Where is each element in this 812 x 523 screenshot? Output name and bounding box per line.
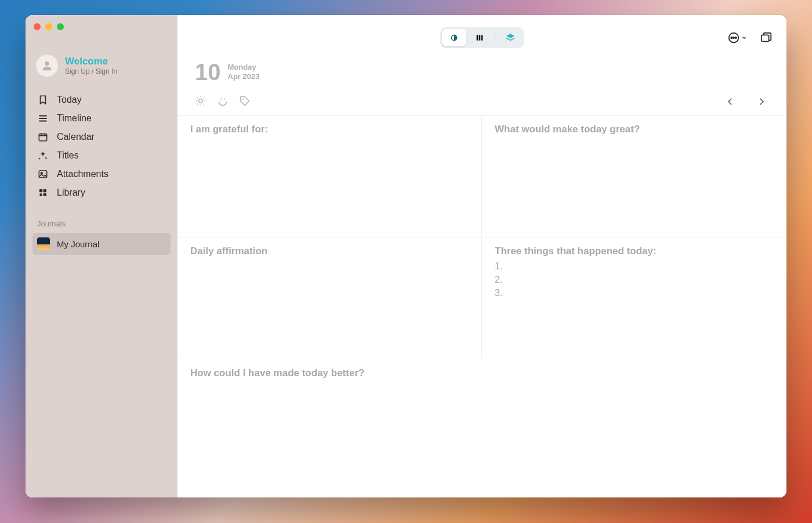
three-things-item: 2. bbox=[495, 273, 774, 286]
next-entry-button[interactable] bbox=[754, 94, 769, 109]
ellipsis-circle-icon bbox=[727, 31, 740, 44]
main-pane: 10 Monday Apr 2023 bbox=[177, 15, 786, 497]
date-day-number: 10 bbox=[195, 60, 221, 84]
sidebar-item-titles[interactable]: Titles bbox=[32, 146, 171, 165]
journal-name: My Journal bbox=[57, 239, 99, 249]
svg-rect-11 bbox=[481, 35, 483, 40]
svg-rect-10 bbox=[478, 35, 480, 40]
windows-button[interactable] bbox=[760, 31, 773, 44]
svg-rect-4 bbox=[39, 189, 42, 192]
chevron-down-icon bbox=[741, 35, 747, 41]
window-close-button[interactable] bbox=[34, 23, 41, 30]
weather-button[interactable] bbox=[195, 95, 206, 107]
window-minimize-button[interactable] bbox=[45, 23, 52, 30]
mood-button[interactable] bbox=[217, 95, 229, 107]
more-options-button[interactable] bbox=[727, 31, 747, 44]
prompt-grateful[interactable]: I am grateful for: bbox=[177, 116, 482, 237]
window-maximize-button[interactable] bbox=[57, 23, 64, 30]
svg-rect-7 bbox=[44, 193, 46, 196]
profile-block[interactable]: Welcome Sign Up / Sign In bbox=[32, 55, 171, 91]
entry-meta-bar bbox=[177, 95, 786, 115]
nav-list: Today Timeline Calendar bbox=[32, 91, 171, 202]
three-things-item: 3. bbox=[495, 286, 774, 300]
prompt-better[interactable]: How could I have made today better? bbox=[177, 359, 786, 497]
sun-icon bbox=[195, 95, 206, 107]
three-things-item: 1. bbox=[495, 259, 774, 273]
prev-entry-button[interactable] bbox=[723, 94, 738, 109]
segment-divider bbox=[495, 32, 495, 44]
bookmark-icon bbox=[37, 95, 49, 105]
sparkle-icon bbox=[37, 150, 49, 161]
user-icon bbox=[41, 59, 53, 72]
journal-item-my-journal[interactable]: My Journal bbox=[32, 233, 171, 255]
svg-rect-16 bbox=[762, 35, 769, 41]
columns-icon bbox=[475, 33, 484, 42]
signup-link[interactable]: Sign Up / Sign In bbox=[65, 67, 117, 75]
prompt-affirmation[interactable]: Daily affirmation bbox=[177, 237, 482, 359]
welcome-label: Welcome bbox=[65, 56, 117, 66]
nav-label: Today bbox=[57, 95, 82, 105]
prompt-great-today[interactable]: What would make today great? bbox=[482, 116, 786, 237]
nav-label: Attachments bbox=[57, 169, 108, 179]
nav-label: Titles bbox=[57, 150, 79, 161]
calendar-icon bbox=[37, 132, 49, 142]
sidebar: Welcome Sign Up / Sign In Today Timeline bbox=[26, 15, 177, 497]
sidebar-item-library[interactable]: Library bbox=[32, 183, 171, 202]
library-icon bbox=[37, 187, 49, 198]
chevron-left-icon bbox=[725, 96, 735, 107]
svg-point-0 bbox=[45, 62, 49, 66]
sidebar-item-timeline[interactable]: Timeline bbox=[32, 109, 171, 128]
view-segmented-control bbox=[440, 27, 524, 48]
journals-section-title: Journals bbox=[32, 219, 171, 233]
svg-point-3 bbox=[41, 172, 42, 174]
svg-point-19 bbox=[224, 99, 225, 100]
date-header: 10 Monday Apr 2023 bbox=[177, 60, 786, 95]
layers-icon bbox=[505, 33, 516, 43]
topbar bbox=[177, 15, 786, 60]
avatar bbox=[36, 55, 58, 77]
prompt-label: What would make today great? bbox=[495, 124, 640, 135]
svg-rect-1 bbox=[39, 134, 47, 141]
three-things-list: 1. 2. 3. bbox=[495, 259, 774, 300]
svg-point-18 bbox=[220, 99, 222, 100]
nav-label: Library bbox=[57, 187, 85, 198]
timeline-icon bbox=[37, 113, 49, 124]
desktop-background: Welcome Sign Up / Sign In Today Timeline bbox=[0, 0, 812, 523]
svg-point-13 bbox=[731, 37, 732, 38]
svg-rect-9 bbox=[476, 35, 478, 40]
sidebar-item-calendar[interactable]: Calendar bbox=[32, 128, 171, 146]
prompt-label: Three things that happened today: bbox=[495, 246, 657, 257]
image-icon bbox=[37, 169, 49, 179]
chevron-right-icon bbox=[756, 96, 767, 107]
sidebar-item-today[interactable]: Today bbox=[32, 91, 171, 109]
circle-half-icon bbox=[449, 33, 459, 42]
date-weekday: Monday bbox=[228, 63, 260, 72]
smile-icon bbox=[217, 95, 229, 107]
prompt-label: Daily affirmation bbox=[190, 246, 267, 257]
app-window: Welcome Sign Up / Sign In Today Timeline bbox=[26, 15, 786, 497]
view-layers-button[interactable] bbox=[498, 29, 523, 46]
nav-label: Timeline bbox=[57, 113, 92, 124]
topbar-right bbox=[727, 15, 773, 60]
view-columns-button[interactable] bbox=[467, 29, 492, 46]
sidebar-item-attachments[interactable]: Attachments bbox=[32, 165, 171, 183]
date-text: Monday Apr 2023 bbox=[228, 63, 260, 82]
tag-icon bbox=[239, 95, 251, 107]
svg-rect-5 bbox=[44, 189, 46, 192]
svg-rect-2 bbox=[39, 171, 47, 178]
svg-point-6 bbox=[39, 193, 42, 196]
tag-button[interactable] bbox=[239, 95, 251, 107]
windows-icon bbox=[760, 31, 773, 44]
svg-point-17 bbox=[199, 99, 203, 103]
prompt-grid: I am grateful for: What would make today… bbox=[177, 115, 786, 497]
prompt-three-things[interactable]: Three things that happened today: 1. 2. … bbox=[482, 237, 786, 359]
nav-label: Calendar bbox=[57, 132, 95, 142]
view-entry-button[interactable] bbox=[442, 29, 466, 46]
window-controls bbox=[34, 23, 64, 30]
journal-thumbnail bbox=[37, 237, 50, 250]
prompt-label: I am grateful for: bbox=[190, 124, 268, 135]
svg-point-15 bbox=[735, 37, 736, 38]
entry-pager bbox=[723, 94, 769, 109]
svg-point-14 bbox=[733, 37, 734, 38]
prompt-label: How could I have made today better? bbox=[190, 367, 364, 378]
